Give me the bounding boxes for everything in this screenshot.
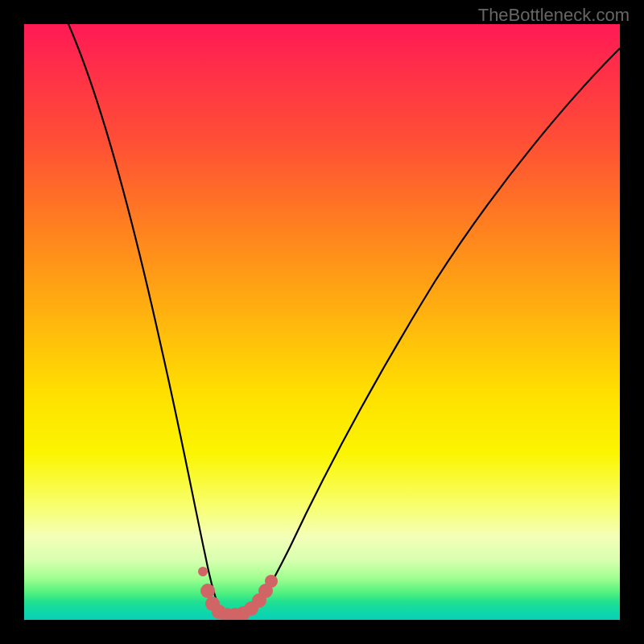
marker-dot — [200, 584, 215, 598]
marker-dot — [198, 567, 208, 576]
watermark-text: TheBottleneck.com — [478, 5, 630, 26]
marker-dot — [265, 575, 278, 588]
chart-svg — [24, 24, 620, 620]
plot-area — [24, 24, 620, 620]
bottleneck-curve-path — [68, 24, 620, 616]
